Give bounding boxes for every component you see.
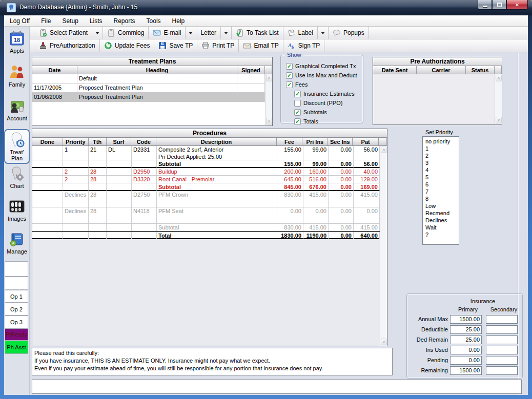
select-patient-dropdown[interactable] — [92, 27, 103, 39]
op-cell-ph-asst[interactable]: Ph Asst — [5, 341, 28, 354]
priority-option-low[interactable]: Low — [423, 202, 459, 209]
priority-option-5[interactable]: 5 — [423, 174, 459, 181]
priority-option-blank[interactable]: ? — [423, 231, 459, 238]
procedure-row[interactable]: 228D2950Buildup200.00160.000.0040.00 — [32, 168, 387, 176]
op-cell-empty[interactable] — [5, 261, 28, 277]
priority-option-3[interactable]: 3 — [423, 159, 459, 166]
priority-option-4[interactable]: 4 — [423, 166, 459, 174]
priority-option-recmend[interactable]: Recmend — [423, 209, 459, 217]
insurance-secondary-field-ded-remain[interactable] — [486, 335, 518, 344]
toolbar-button-popups[interactable]: Popups — [329, 27, 369, 39]
checkbox-checked-icon[interactable]: ✓ — [294, 118, 301, 125]
column-header-pri-ins[interactable]: Pri Ins — [302, 138, 328, 145]
insurance-secondary-field-ins-used[interactable] — [486, 346, 518, 354]
insurance-secondary-field-annual-max[interactable] — [486, 315, 518, 324]
scroll-down-icon[interactable]: ∨ — [496, 117, 502, 123]
toolbar-button-label[interactable]: Label — [283, 27, 318, 39]
checkbox-unchecked-icon[interactable] — [294, 100, 301, 107]
checkbox-checked-icon[interactable]: ✓ — [294, 91, 301, 97]
show-option-totals[interactable]: ✓Totals — [294, 117, 363, 126]
toolbar-button-update-fees[interactable]: Update Fees — [100, 39, 155, 52]
scroll-down-icon[interactable]: ∨ — [266, 118, 272, 124]
procedures-scrollbar[interactable]: ∧∨ — [380, 146, 387, 346]
priority-option-8[interactable]: 8 — [423, 195, 459, 202]
scroll-up-icon[interactable]: ∧ — [496, 75, 502, 81]
close-button[interactable]: ✕ — [506, 0, 528, 10]
treatment-plan-row[interactable]: 11/17/2005Proposed Treatment Plan — [32, 83, 272, 93]
column-header-signed[interactable]: Signed — [237, 66, 265, 74]
treatment-plan-row[interactable]: Default — [32, 74, 272, 83]
subtotal-gray-row[interactable]: Subtotal830.00415.000.00415.00 — [32, 224, 387, 232]
toolbar-button-commlog[interactable]: Commlog — [103, 27, 149, 39]
menu-item-help[interactable]: Help — [167, 15, 191, 27]
column-header-date[interactable]: Date — [32, 66, 77, 74]
toolbar-button-select-patient[interactable]: Select Patient — [35, 27, 92, 39]
procedure-row[interactable]: 228D3320Root Canal - Premolar645.00516.0… — [32, 176, 387, 183]
op-cell-empty[interactable] — [5, 277, 28, 290]
subtotal-row[interactable]: Subtotal155.0099.000.0056.00 — [32, 160, 387, 168]
column-header-status[interactable]: Status — [466, 66, 495, 74]
maximize-button[interactable] — [492, 0, 506, 10]
toolbar-button-to-task-list[interactable]: To Task List — [232, 27, 283, 39]
column-header-done[interactable]: Done — [32, 138, 63, 145]
column-header-heading[interactable]: Heading — [77, 66, 237, 74]
insurance-primary-field-annual-max[interactable]: 1500.00 — [450, 315, 482, 324]
toolbar-button-letter[interactable]: Letter — [196, 27, 221, 39]
column-header-sec-ins[interactable]: Sec Ins — [328, 138, 353, 145]
op-cell-op-1[interactable]: Op 1 — [5, 290, 28, 303]
sidebar-module-chart[interactable]: Chart — [4, 164, 30, 197]
procedure-row[interactable]: 121DLD2331Composite 2 surf, AnteriorPri … — [32, 146, 387, 160]
toolbar-button-save-tp[interactable]: Save TP — [154, 39, 197, 52]
menu-item-log-off[interactable]: Log Off — [4, 15, 35, 27]
procedure-row[interactable]: Declines28N4118PFM Seat0.000.000.000.00 — [32, 207, 387, 224]
priority-option-6[interactable]: 6 — [423, 181, 459, 188]
insurance-secondary-field-deductible[interactable] — [486, 325, 518, 334]
priority-option-2[interactable]: 2 — [423, 152, 459, 159]
show-option-use-ins-max-and-deduct[interactable]: ✓Use Ins Max and Deduct — [286, 71, 363, 80]
priority-option-7[interactable]: 7 — [423, 188, 459, 195]
column-header-surf[interactable]: Surf — [107, 138, 132, 145]
treatment-plans-scrollbar[interactable]: ∧∨ — [265, 74, 272, 125]
column-header-description[interactable]: Description — [156, 138, 276, 145]
checkbox-checked-icon[interactable]: ✓ — [286, 72, 293, 79]
menu-item-lists[interactable]: Lists — [84, 15, 108, 27]
menu-item-setup[interactable]: Setup — [56, 15, 84, 27]
letter-dropdown[interactable] — [221, 27, 232, 39]
pre-authorizations-scrollbar[interactable]: ∧∨ — [495, 74, 502, 124]
toolbar-button-email-tp[interactable]: Email TP — [239, 39, 283, 52]
column-header-pat[interactable]: Pat — [353, 138, 379, 145]
show-option-insurance-estimates[interactable]: ✓Insurance Estimates — [294, 89, 363, 98]
total-row[interactable]: Total1830.001190.000.00640.00 — [32, 232, 387, 239]
treatment-plan-row[interactable]: 01/06/2008Proposed Treatment Plan — [32, 93, 272, 102]
column-header-code[interactable]: Code — [131, 138, 156, 145]
menu-item-reports[interactable]: Reports — [108, 15, 141, 27]
sidebar-module-treat-plan[interactable]: Treat' Plan — [4, 129, 30, 164]
show-option-fees[interactable]: ✓Fees — [286, 80, 363, 89]
priority-option-1[interactable]: 1 — [423, 145, 459, 152]
column-header-fee[interactable]: Fee — [277, 138, 303, 145]
procedure-row[interactable]: Declines28D2750PFM Crown830.00415.000.00… — [32, 191, 387, 207]
set-priority-listbox[interactable]: no priority12345678LowRecmendDeclinesWai… — [422, 136, 459, 245]
insurance-primary-field-deductible[interactable]: 25.00 — [450, 325, 482, 334]
column-header-tth[interactable]: Tth — [89, 138, 107, 145]
sidebar-module-manage[interactable]: Manage — [4, 229, 30, 261]
column-header-carrier[interactable]: Carrier — [417, 66, 466, 74]
insurance-primary-field-remaining[interactable]: 1500.00 — [450, 366, 482, 375]
minimize-button[interactable] — [478, 0, 492, 10]
sidebar-module-account[interactable]: Account — [4, 96, 30, 129]
checkbox-checked-icon[interactable]: ✓ — [286, 81, 293, 88]
scroll-up-icon[interactable]: ∧ — [381, 146, 387, 153]
scroll-up-icon[interactable]: ∧ — [266, 75, 272, 81]
e-mail-dropdown[interactable] — [186, 27, 196, 39]
priority-option-no-priority[interactable]: no priority — [423, 138, 459, 145]
menu-item-file[interactable]: File — [35, 15, 56, 27]
insurance-secondary-field-pending[interactable] — [486, 356, 518, 365]
op-cell-op-3[interactable]: Op 3 — [5, 316, 28, 328]
insurance-primary-field-ins-used[interactable]: 0.00 — [450, 346, 482, 354]
checkbox-checked-icon[interactable]: ✓ — [286, 63, 293, 70]
subtotal-red-row[interactable]: Subtotal845.00676.000.00169.00 — [32, 183, 387, 191]
toolbar-button-e-mail[interactable]: E-mail — [149, 27, 186, 39]
scroll-down-icon[interactable]: ∨ — [381, 339, 387, 345]
toolbar-button-sign-tp[interactable]: AbSign TP — [283, 39, 324, 52]
checkbox-checked-icon[interactable]: ✓ — [294, 109, 301, 116]
